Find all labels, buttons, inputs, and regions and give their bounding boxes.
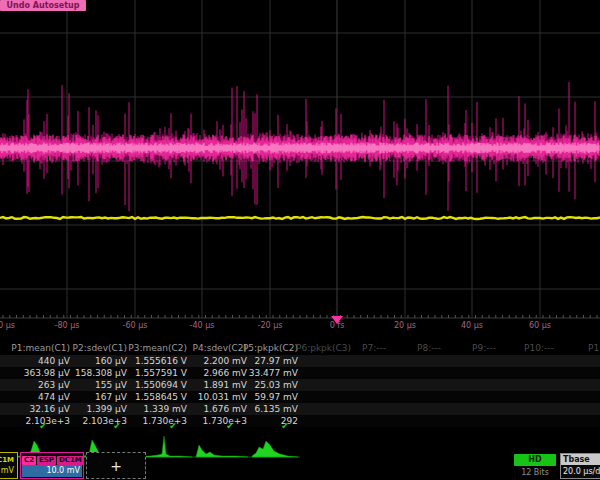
- measure-cell: 1.730e+3: [202, 415, 247, 427]
- trigger-position-marker: [331, 316, 343, 324]
- measure-cell: 1.891 mV: [203, 379, 247, 391]
- timebase-descriptor[interactable]: Tbase 20.0 µs/div: [560, 453, 600, 479]
- hd-bits-label: 12 Bits: [514, 468, 556, 478]
- measure-cell: 474 µV: [38, 391, 70, 403]
- timebase-title: Tbase: [561, 454, 600, 465]
- histicon-p3: [138, 436, 192, 457]
- table-row-stripe: [0, 391, 600, 403]
- measure-cell: 2.966 mV: [203, 367, 247, 379]
- measure-cell: 6.135 mV: [254, 403, 298, 415]
- measure-cell: 32.16 µV: [29, 403, 70, 415]
- c1-trace: [0, 217, 600, 219]
- table-row-stripe: [0, 379, 600, 391]
- measure-cell: 263 µV: [38, 379, 70, 391]
- measure-cell: 1.558645 V: [135, 391, 187, 403]
- measure-cell: 10.031 mV: [198, 391, 247, 403]
- measure-param-header-inactive[interactable]: P11: [588, 343, 600, 354]
- oscilloscope-screen: Undo Autosetup -100 µs-80 µs-60 µs-40 µs…: [0, 0, 600, 480]
- measure-cell: 1.676 mV: [203, 403, 247, 415]
- measure-cell: 2.103e+3: [25, 415, 70, 427]
- waveform-grid: [0, 0, 600, 332]
- measure-cell: 440 µV: [38, 355, 70, 367]
- measure-cell: 59.97 mV: [254, 391, 298, 403]
- measure-cell: 1.339 mV: [143, 403, 187, 415]
- measure-param-header[interactable]: P1:mean(C1): [11, 343, 70, 354]
- table-row-stripe: [0, 355, 600, 367]
- measure-cell: 363.98 µV: [24, 367, 70, 379]
- c2-coupling-badge: DC1M: [57, 456, 84, 465]
- measure-cell: 2.200 mV: [203, 355, 247, 367]
- c1-vertical-scale: 10.0 mV: [0, 465, 16, 477]
- c2-label: C2: [22, 456, 36, 465]
- c1-coupling-badge: DC1M: [0, 456, 16, 465]
- measure-cell: 1.399 µV: [86, 403, 127, 415]
- measure-cell: 33.477 mV: [249, 367, 298, 379]
- measure-cell: 1.730e+3: [142, 415, 187, 427]
- channel-c1-descriptor[interactable]: DC1M 10.0 mV: [0, 452, 18, 479]
- channel-c2-descriptor[interactable]: C2 ESP DC1M 10.0 mV: [20, 452, 84, 479]
- measure-cell: 160 µV: [95, 355, 127, 367]
- measure-param-header-inactive[interactable]: P10:---: [524, 343, 554, 354]
- measure-param-header[interactable]: P2:sdev(C1): [73, 343, 127, 354]
- measure-cell: 167 µV: [95, 391, 127, 403]
- measure-table: P1:mean(C1)440 µV363.98 µV263 µV474 µV32…: [0, 340, 600, 433]
- c2-vertical-scale: 10.0 mV: [22, 465, 82, 477]
- measure-param-header[interactable]: P3:mean(C2): [128, 343, 187, 354]
- hd-mode-badge: HD: [514, 454, 556, 466]
- histicon-p5: [252, 441, 298, 457]
- measure-cell: 1.550694 V: [135, 379, 187, 391]
- measure-cell: 25.03 mV: [254, 379, 298, 391]
- c2-esp-badge: ESP: [37, 456, 56, 465]
- measure-param-header-inactive[interactable]: P9:---: [472, 343, 496, 354]
- timebase-value: 20.0 µs/div: [563, 466, 600, 477]
- measure-cell: 27.97 mV: [254, 355, 298, 367]
- measure-cell: 158.308 µV: [75, 367, 127, 379]
- measure-param-header[interactable]: P5:pkpk(C2): [243, 343, 298, 354]
- add-trace-button[interactable]: +: [86, 452, 146, 479]
- measure-param-header-inactive[interactable]: P7:---: [362, 343, 386, 354]
- measure-cell: 1.557591 V: [135, 367, 187, 379]
- histicon-p4: [196, 445, 248, 457]
- measure-param-header-inactive[interactable]: P8:---: [417, 343, 441, 354]
- measure-param-header-inactive[interactable]: P6:pkpk(C3): [296, 343, 351, 354]
- measure-cell: 1.555616 V: [135, 355, 187, 367]
- undo-autosetup-button[interactable]: Undo Autosetup: [0, 0, 86, 11]
- measure-param-header[interactable]: P4:sdev(C2): [193, 343, 247, 354]
- measure-cell: 155 µV: [95, 379, 127, 391]
